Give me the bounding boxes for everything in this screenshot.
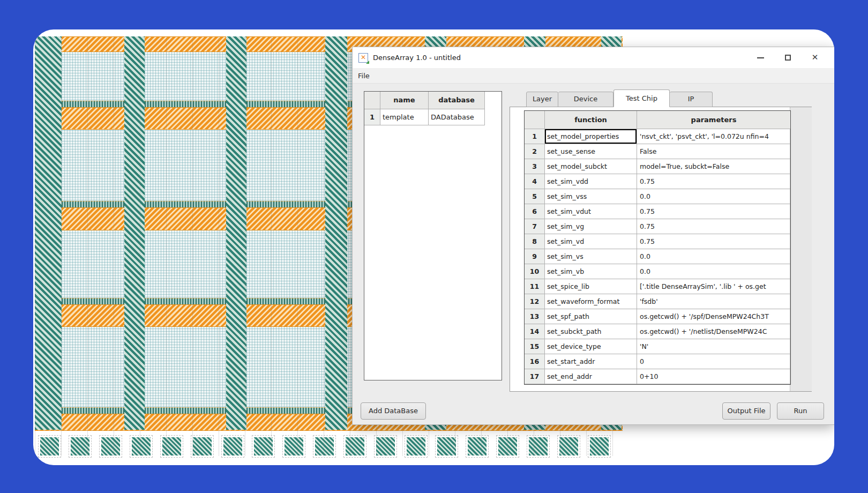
function-cell[interactable]: set_sim_vdut (545, 204, 637, 219)
parameters-cell[interactable]: os.getcwd() + '/spf/DenseMPW24Ch3T (637, 309, 790, 324)
tab-ip[interactable]: IP (670, 92, 713, 107)
parameters-cell[interactable]: 0.75 (637, 174, 790, 189)
function-table: function parameters 1set_model_propertie… (524, 110, 791, 385)
screenshot-root: { "app": { "title": "DenseArray 1.0 - un… (0, 0, 868, 493)
row-index-cell[interactable]: 9 (525, 249, 545, 264)
row-index-cell[interactable]: 11 (525, 279, 545, 294)
function-cell[interactable]: set_subckt_path (545, 324, 637, 339)
chip-io-pad (101, 437, 120, 455)
function-table-row: 13set_spf_pathos.getcwd() + '/spf/DenseM… (525, 309, 790, 324)
parameters-cell[interactable]: 0.0 (637, 249, 790, 264)
row-index-cell[interactable]: 13 (525, 309, 545, 324)
function-column-header[interactable]: function (545, 111, 637, 129)
row-index-cell[interactable]: 7 (525, 219, 545, 234)
menu-file[interactable]: File (353, 72, 375, 80)
function-cell[interactable]: set_sim_vs (545, 249, 637, 264)
add-database-button[interactable]: Add DataBase (361, 402, 426, 420)
row-index-cell[interactable]: 8 (525, 234, 545, 249)
chip-io-pad (590, 437, 609, 455)
parameters-cell[interactable]: 0.0 (637, 264, 790, 279)
function-table-row: 16set_start_addr0 (525, 354, 790, 369)
minimize-icon (757, 57, 764, 58)
parameters-cell[interactable]: os.getcwd() + '/netlist/DenseMPW24C (637, 324, 790, 339)
row-index-cell[interactable]: 6 (525, 204, 545, 219)
close-icon: ✕ (812, 54, 819, 62)
function-cell[interactable]: set_model_properties (545, 129, 637, 144)
row-index-cell[interactable]: 5 (525, 189, 545, 204)
parameters-cell[interactable]: False (637, 144, 790, 159)
row-index-cell[interactable]: 17 (525, 369, 545, 384)
chip-io-pad (193, 437, 212, 455)
chip-io-pad (315, 437, 334, 455)
minimize-button[interactable] (752, 50, 768, 66)
parameters-cell[interactable]: 'fsdb' (637, 294, 790, 309)
maximize-button[interactable] (780, 50, 796, 66)
function-table-row: 9set_sim_vs0.0 (525, 249, 790, 264)
chip-io-pad (437, 437, 456, 455)
function-cell[interactable]: set_end_addr (545, 369, 637, 384)
function-cell[interactable]: set_waveform_format (545, 294, 637, 309)
function-table-scrollbar-track[interactable] (790, 107, 812, 391)
function-cell[interactable]: set_spf_path (545, 309, 637, 324)
close-button[interactable]: ✕ (807, 50, 823, 66)
parameters-column-header[interactable]: parameters (637, 111, 790, 129)
function-table-row: 15set_device_type'N' (525, 339, 790, 354)
chip-io-pad (529, 437, 548, 455)
name-column-header[interactable]: name (380, 92, 429, 109)
row-index-cell[interactable]: 16 (525, 354, 545, 369)
function-table-row: 10set_sim_vb0.0 (525, 264, 790, 279)
function-cell[interactable]: set_device_type (545, 339, 637, 354)
parameters-cell[interactable]: 'nsvt_ckt', 'psvt_ckt', 'l=0.072u nfin=4 (637, 129, 790, 144)
database-table-row: 1templateDADatabase (364, 109, 502, 125)
function-table-row: 4set_sim_vdd0.75 (525, 174, 790, 189)
parameters-cell[interactable]: 0 (637, 354, 790, 369)
tab-layer[interactable]: Layer (526, 92, 558, 107)
window-controls: ✕ (752, 47, 834, 68)
chip-rail-strip (124, 36, 145, 430)
parameters-cell[interactable]: 0.75 (637, 219, 790, 234)
tab-test-chip[interactable]: Test Chip (613, 89, 670, 107)
row-index-cell[interactable]: 10 (525, 264, 545, 279)
titlebar[interactable]: ✕ DenseArray 1.0 - untitled ✕ (353, 47, 834, 68)
function-cell[interactable]: set_start_addr (545, 354, 637, 369)
database-table-body: 1templateDADatabase (364, 109, 502, 125)
parameters-cell[interactable]: 0.75 (637, 204, 790, 219)
function-table-row: 1set_model_properties'nsvt_ckt', 'psvt_c… (525, 129, 790, 144)
output-file-button[interactable]: Output File (722, 402, 770, 420)
function-cell[interactable]: set_sim_vss (545, 189, 637, 204)
chip-io-pad (498, 437, 517, 455)
chip-io-pad (223, 437, 242, 455)
function-cell[interactable]: set_sim_vdd (545, 174, 637, 189)
function-cell[interactable]: set_model_subckt (545, 159, 637, 174)
row-index-cell[interactable]: 3 (525, 159, 545, 174)
function-cell[interactable]: set_sim_vg (545, 219, 637, 234)
row-index-cell[interactable]: 15 (525, 339, 545, 354)
row-index-cell[interactable]: 1 (525, 129, 545, 144)
function-cell[interactable]: set_spice_lib (545, 279, 637, 294)
database-column-header[interactable]: database (429, 92, 485, 109)
chip-io-pad (40, 437, 59, 455)
chip-io-pad (346, 437, 364, 455)
name-cell[interactable]: template (380, 109, 429, 125)
row-index-cell[interactable]: 4 (525, 174, 545, 189)
parameters-cell[interactable]: 0+10 (637, 369, 790, 384)
row-index-cell[interactable]: 12 (525, 294, 545, 309)
row-index-cell[interactable]: 14 (525, 324, 545, 339)
parameters-cell[interactable]: ['.title DenseArraySim', '.lib ' + os.ge… (637, 279, 790, 294)
function-cell[interactable]: set_use_sense (545, 144, 637, 159)
row-index-cell[interactable]: 1 (364, 109, 380, 125)
parameters-cell[interactable]: 0.75 (637, 234, 790, 249)
run-button[interactable]: Run (777, 402, 824, 420)
tab-device[interactable]: Device (558, 92, 613, 107)
parameters-cell[interactable]: model=True, subckt=False (637, 159, 790, 174)
row-index-cell[interactable]: 2 (525, 144, 545, 159)
menubar: File (353, 68, 834, 84)
function-table-row: 5set_sim_vss0.0 (525, 189, 790, 204)
densearray-window: ✕ DenseArray 1.0 - untitled ✕ File name … (353, 47, 834, 424)
database-cell[interactable]: DADatabase (429, 109, 485, 125)
function-cell[interactable]: set_sim_vd (545, 234, 637, 249)
parameters-cell[interactable]: 0.0 (637, 189, 790, 204)
parameters-cell[interactable]: 'N' (637, 339, 790, 354)
function-cell[interactable]: set_sim_vb (545, 264, 637, 279)
chip-io-pad (559, 437, 578, 455)
